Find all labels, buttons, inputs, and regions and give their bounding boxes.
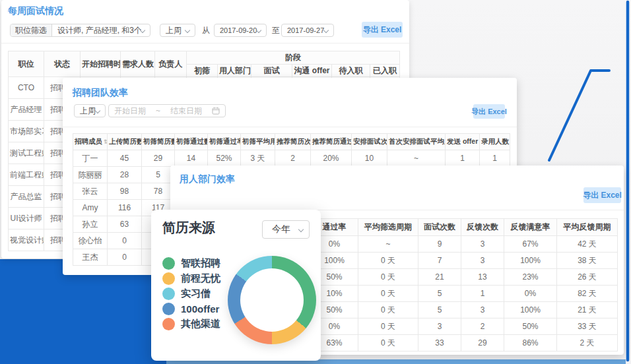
header-divider [63,127,517,127]
export-excel-button[interactable]: 导出 Excel [362,22,403,38]
team-period-select[interactable]: 上周 [74,104,106,117]
legend-item[interactable]: 其他渠道 [162,318,220,330]
table-row: 50%0 天211323%26 天 [311,269,618,286]
column-header: 初筛通过率 [208,134,241,150]
column-header: 初筛 [187,65,218,77]
date-range-input[interactable]: 开始日期 ~ 结束日期 [108,104,226,117]
column-header: 初筛平均用时 [241,134,275,150]
column-header: 发送 offer 数量 [446,134,480,150]
header-divider [1,43,409,44]
column-header: 反馈次数 [461,219,504,236]
date-to-select[interactable]: 2017-09-27 [281,24,334,37]
column-header: 面试次数 [418,219,461,236]
column-header: 职位 [9,51,44,77]
column-header: 平均筛选周期 [358,219,418,236]
legend-label: 智联招聘 [181,257,220,270]
start-date-placeholder: 开始日期 [114,106,146,117]
legend-item[interactable]: 100offer [162,303,220,315]
weekly-card-title: 每周面试情况 [8,5,63,17]
column-header: 推荐简历通过率 [311,134,352,150]
legend-item[interactable]: 实习僧 [162,288,220,300]
legend-label: 100offer [181,303,219,315]
column-header: 推荐简历次数 [275,134,311,150]
export-excel-button[interactable]: 导出 Excel [583,187,621,203]
legend-item[interactable]: 智联招聘 [162,257,220,270]
period-value: 上周 [160,25,187,36]
legend-dot [162,272,175,285]
stage-group-header: 阶段 [187,51,400,65]
legend-dot [162,288,175,300]
table-row: 丁一45291452%3 天220%10~11 [73,150,510,167]
export-excel-button[interactable]: 导出 Excel [473,104,505,119]
legend-dot [162,318,175,330]
column-header: 用人部门筛选 [218,65,251,77]
column-header: 沟通 offer [292,65,332,77]
date-from-select[interactable]: 2017-09-20 [214,24,267,37]
dashboard-screen: 每周面试情况 职位筛选 设计师, 产品经理, 和3个其他职位 上周 从 2017… [0,0,631,364]
table-row: 10%0 天510%82 天 [311,286,618,302]
column-header: 状态 [44,51,81,77]
table-row: 50%0 天53100%21 天 [311,302,618,318]
column-header: 面试 [251,65,292,77]
range-separator: ~ [156,106,160,115]
date-to-value: 2017-09-27 [282,26,329,34]
column-header: 负责人 [155,51,187,77]
period-select[interactable]: 上周 [160,24,195,37]
position-filter-label: 职位筛选 [11,24,52,36]
position-filter-value: 设计师, 产品经理, 和3个其他职位 [52,25,141,36]
team-card-title: 招聘团队效率 [73,87,128,99]
column-header: 已入职 [370,65,400,77]
legend-dot [162,257,175,270]
column-header: 初筛通过数 [175,134,208,150]
legend-dot [162,303,175,315]
table-row: 0%0 天3250%33 天 [311,318,618,335]
source-period-select[interactable]: 今年 [262,220,310,239]
column-header: 平均反馈周期 [557,219,618,236]
column-header: 待入职 [332,65,370,77]
column-header: 开始招聘时间 [81,51,121,77]
source-legend: 智联招聘前程无忧实习僧100offer其他渠道 [162,257,220,333]
hiring-department-table: 通过率平均筛选周期面试次数反馈次数反馈满意率平均反馈周期 0%~9367%42 … [310,218,618,351]
donut-hole [240,268,304,332]
legend-item[interactable]: 前程无忧 [162,272,220,285]
column-header: 需求人数 [121,51,155,77]
table-row: 63%0 天332986%2 天 [311,335,618,351]
sort-icon[interactable]: ⇅ [104,138,108,145]
column-header[interactable]: 招聘成员⇅ [73,134,108,150]
from-label: 从 [202,24,210,37]
chevron-down-icon [298,227,304,232]
legend-label: 前程无忧 [181,272,220,285]
to-label: 至 [272,24,280,37]
column-header: 首次安排面试平均用时 [387,134,446,150]
resume-source-donut[interactable] [228,256,316,344]
dept-card-title: 用人部门效率 [180,173,235,185]
date-from-value: 2017-09-20 [215,26,262,34]
table-row: 0%~9367%42 天 [311,236,618,253]
legend-label: 其他渠道 [181,318,220,330]
column-header: 反馈满意率 [504,219,557,236]
table-row: 100%0 天73100%38 天 [311,253,618,269]
calendar-icon [212,107,220,115]
column-header: 初筛简历数 [142,134,175,150]
end-date-placeholder: 结束日期 [170,106,202,117]
legend-label: 实习僧 [181,288,211,300]
column-header: 安排面试次数 [352,134,387,150]
source-period-value: 今年 [272,224,290,235]
column-header: 上传简历数 [108,134,142,150]
resume-source-card: 简历来源 今年 智联招聘前程无忧实习僧100offer其他渠道 [151,210,321,361]
resume-source-title: 简历来源 [162,219,215,237]
column-header: 录用人数 [480,134,510,150]
position-filter-select[interactable]: 职位筛选 设计师, 产品经理, 和3个其他职位 [10,24,150,37]
